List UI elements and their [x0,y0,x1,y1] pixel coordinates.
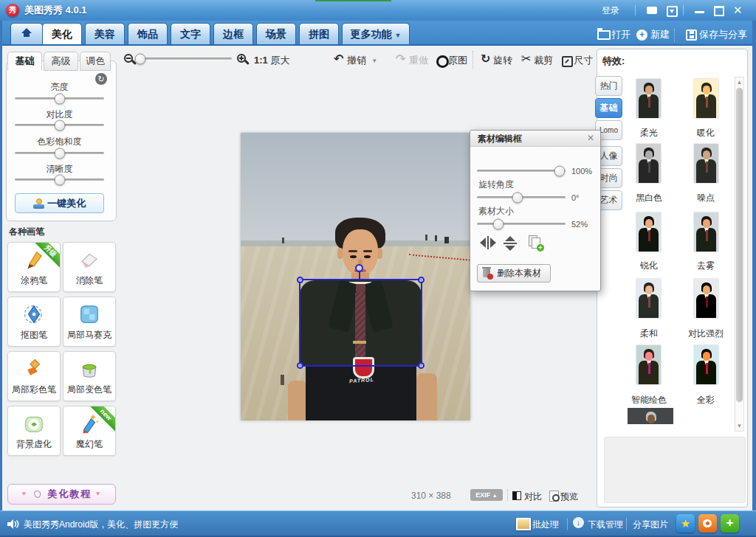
flip-horizontal-icon[interactable] [480,236,496,249]
saturation-slider[interactable] [15,148,104,159]
saturation-handle[interactable] [54,148,65,159]
rotation-handle[interactable] [355,264,363,272]
tab-accessories[interactable]: 饰品 [128,23,168,44]
effect-thumb-noise[interactable] [694,144,718,183]
preview-icon[interactable] [549,491,559,502]
scroll-up-icon[interactable]: ▲ [735,79,743,86]
rotation-handle-knob[interactable] [512,193,523,204]
crop-button[interactable]: 裁剪 [534,54,553,67]
undo-button[interactable]: 撤销 [347,54,366,67]
tab-cosmetic[interactable]: 美容 [85,23,125,44]
size-rail[interactable] [477,223,566,225]
open-button[interactable]: 打开 [611,28,630,41]
adjust-tab-advanced[interactable]: 高级 [44,52,78,71]
tab-collage[interactable]: 拼图 [299,23,339,44]
zoom-slider-handle[interactable] [134,54,145,65]
brush-background-blur[interactable]: 背景虚化 [7,406,61,456]
save-share-button[interactable]: 保存与分享 [699,28,747,41]
opacity-rail[interactable] [477,170,566,172]
selection-handle-ne[interactable] [418,277,425,283]
effect-thumb-black-white[interactable] [636,144,661,183]
brush-magic-pen[interactable]: new 魔幻笔 [63,406,116,456]
effect-thumb-partial[interactable] [628,408,673,424]
effect-thumb-soft[interactable] [636,279,661,318]
effect-thumb-strong-contrast[interactable] [694,279,718,318]
scroll-down-icon[interactable]: ▼ [735,423,743,429]
material-size-slider[interactable] [477,218,566,230]
effect-thumb-soft-light[interactable] [636,79,661,118]
resize-button[interactable]: 尺寸 [574,54,593,67]
brush-eraser-pen[interactable]: 消除笔 [63,242,116,292]
one-key-beautify-button[interactable]: 一键美化 [15,193,104,213]
selection-handle-nw[interactable] [297,277,303,283]
login-link[interactable]: 登录 [602,4,619,16]
close-button[interactable]: ✕ [733,4,743,17]
clarity-handle[interactable] [54,175,65,186]
dialog-close-icon[interactable]: ✕ [587,133,594,143]
actual-size-button[interactable]: 1:1 原大 [254,54,289,67]
effect-thumb-smart-color[interactable] [636,345,661,384]
effects-scrollbar[interactable]: ▲ ▼ [735,77,744,432]
rotate-icon[interactable]: ↻ [481,52,490,66]
undo-history-caret[interactable]: ▾ [373,57,377,64]
duplicate-material-icon[interactable]: + [529,235,542,250]
tab-more-features[interactable]: 更多功能 ▼ [342,23,410,44]
weibo-share-icon[interactable] [698,514,717,533]
brush-local-color-pen[interactable]: 局部彩色笔 [7,351,61,401]
contrast-slider[interactable] [15,119,104,131]
tab-frame[interactable]: 边框 [213,23,253,44]
opacity-slider[interactable] [477,165,566,177]
brush-local-mosaic[interactable]: 局部马赛克 [63,297,116,347]
zoom-slider[interactable] [137,53,232,65]
more-share-icon[interactable]: + [721,514,739,533]
tab-scene[interactable]: 场景 [256,23,296,44]
resize-icon[interactable] [562,56,573,67]
selection-handle-sw[interactable] [297,362,303,369]
clarity-slider[interactable] [15,174,104,186]
delete-material-button[interactable]: 删除本素材 [477,264,551,283]
crop-icon[interactable]: ✂ [521,52,531,66]
canvas-photo[interactable]: PATROL [241,133,470,420]
contrast-handle[interactable] [54,120,65,131]
scrollbar-thumb[interactable] [736,88,743,402]
effect-thumb-sharpen[interactable] [636,212,661,252]
brush-doodle-pen[interactable]: 升级 涂鸦笔 [7,242,61,292]
material-selection-box[interactable] [299,279,422,367]
original-image-button[interactable]: 原图 [448,54,467,67]
brush-local-recolor-pen[interactable]: 局部变色笔 [63,351,116,401]
preview-button[interactable]: 预览 [560,491,578,503]
brightness-slider[interactable] [15,93,104,105]
tab-text[interactable]: 文字 [171,23,210,44]
zoom-slider-rail[interactable] [137,58,232,60]
effects-tab-hot[interactable]: 热门 [595,76,622,96]
effect-thumb-dehaze[interactable] [694,212,718,252]
effect-thumb-full-color[interactable] [694,345,718,384]
rotation-slider[interactable] [477,192,566,204]
brightness-handle[interactable] [54,94,65,105]
beautify-tutorial-button[interactable]: ♥ 美化教程 ♥ [7,484,116,505]
flip-vertical-icon[interactable] [504,236,517,251]
dialog-title-bar[interactable]: 素材编辑框 ✕ [470,131,600,147]
download-tray-icon[interactable] [667,6,678,17]
new-button[interactable]: 新建 [650,28,670,41]
exif-badge[interactable]: EXIF ▲ [470,489,503,501]
qzone-share-icon[interactable]: ★ [676,514,695,533]
zoom-in-icon[interactable] [237,54,249,66]
brush-cutout-pen[interactable]: 抠图笔 [7,297,61,347]
adjust-tab-tone[interactable]: 调色 [80,52,111,71]
original-image-icon[interactable] [436,55,449,68]
minimize-button[interactable] [695,11,704,13]
batch-process-button[interactable]: 批处理 [532,519,559,531]
feedback-icon[interactable] [647,7,657,14]
footer-notice[interactable]: 美图秀秀Android版，美化、拼图更方便 [24,519,178,531]
rotate-button[interactable]: 旋转 [493,54,512,67]
undo-icon[interactable]: ↶ [334,52,343,66]
tab-beautify[interactable]: 美化 [42,23,82,44]
maximize-button[interactable] [714,6,724,16]
compare-icon[interactable] [512,491,521,500]
share-picture-button[interactable]: 分享图片 [633,519,668,531]
effect-thumb-warm[interactable] [694,79,718,118]
tab-home[interactable] [10,23,43,44]
selection-handle-se[interactable] [418,362,425,369]
opacity-handle[interactable] [554,166,565,177]
